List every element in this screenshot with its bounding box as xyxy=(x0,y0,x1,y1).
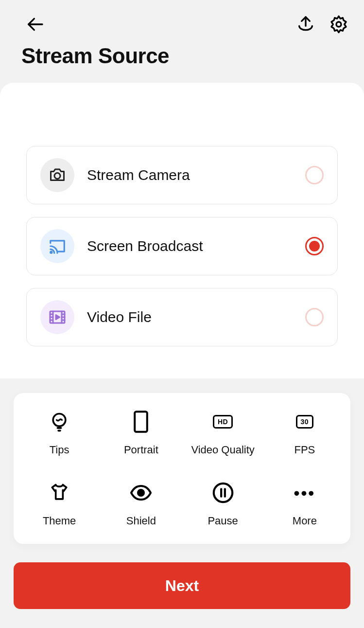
pause-icon xyxy=(212,481,234,505)
tools-grid: Tips Portrait HD Video Quality 30 FPS Th… xyxy=(14,393,350,544)
tool-label: Portrait xyxy=(124,444,158,456)
radio-unselected xyxy=(305,166,324,184)
gear-icon xyxy=(329,15,348,34)
tool-fps[interactable]: 30 FPS xyxy=(264,410,346,456)
source-options-card: Stream Camera Screen Broadcast Video Fil… xyxy=(0,83,364,378)
tool-theme[interactable]: Theme xyxy=(18,481,100,527)
svg-point-4 xyxy=(51,251,52,253)
next-button[interactable]: Next xyxy=(14,562,350,609)
hd-badge-icon: HD xyxy=(213,410,233,434)
tool-pause[interactable]: Pause xyxy=(182,481,264,527)
lightbulb-icon xyxy=(49,410,70,434)
cast-icon xyxy=(40,229,74,263)
tshirt-icon xyxy=(48,481,71,505)
option-video-file[interactable]: Video File xyxy=(26,288,338,346)
more-icon: ••• xyxy=(294,481,316,505)
eye-icon xyxy=(129,481,153,505)
radio-selected xyxy=(305,237,324,255)
settings-button[interactable] xyxy=(327,13,350,36)
tool-portrait[interactable]: Portrait xyxy=(100,410,182,456)
film-icon xyxy=(40,300,74,334)
tool-label: Tips xyxy=(50,444,69,456)
tool-label: Theme xyxy=(43,515,76,527)
tool-label: FPS xyxy=(294,444,315,456)
arrow-left-icon xyxy=(25,15,45,34)
tool-label: More xyxy=(293,515,317,527)
svg-rect-18 xyxy=(135,412,148,432)
tool-more[interactable]: ••• More xyxy=(264,481,346,527)
page-title: Stream Source xyxy=(0,39,364,83)
fps-badge-icon: 30 xyxy=(296,410,314,434)
tool-label: Shield xyxy=(126,515,156,527)
option-label: Screen Broadcast xyxy=(87,238,305,254)
tool-tips[interactable]: Tips xyxy=(18,410,100,456)
tool-label: Pause xyxy=(208,515,238,527)
tool-label: Video Quality xyxy=(191,444,254,456)
option-label: Stream Camera xyxy=(87,167,305,183)
portrait-icon xyxy=(131,410,151,434)
upload-icon xyxy=(296,15,315,34)
svg-point-19 xyxy=(138,490,144,496)
svg-point-3 xyxy=(54,173,60,179)
camera-icon xyxy=(40,158,74,192)
svg-point-2 xyxy=(336,22,341,27)
tool-shield[interactable]: Shield xyxy=(100,481,182,527)
tool-video-quality[interactable]: HD Video Quality xyxy=(182,410,264,456)
svg-point-20 xyxy=(213,484,232,502)
svg-marker-14 xyxy=(56,315,60,320)
radio-unselected xyxy=(305,308,324,326)
option-stream-camera[interactable]: Stream Camera xyxy=(26,146,338,204)
share-button[interactable] xyxy=(294,13,317,36)
option-screen-broadcast[interactable]: Screen Broadcast xyxy=(26,217,338,275)
option-label: Video File xyxy=(87,309,305,325)
back-button[interactable] xyxy=(23,13,47,36)
